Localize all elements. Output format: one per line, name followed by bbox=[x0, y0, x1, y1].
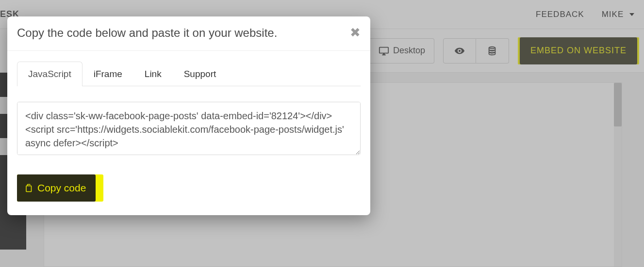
close-icon[interactable]: ✖ bbox=[350, 26, 361, 39]
tab-row: JavaScript iFrame Link Support bbox=[17, 62, 361, 86]
clipboard-icon bbox=[25, 183, 33, 193]
copy-code-button[interactable]: Copy code bbox=[17, 174, 96, 202]
tab-link[interactable]: Link bbox=[133, 62, 173, 86]
tab-iframe[interactable]: iFrame bbox=[83, 62, 133, 86]
modal-title: Copy the code below and paste it on your… bbox=[17, 26, 277, 40]
copy-code-label: Copy code bbox=[37, 182, 86, 194]
tab-support[interactable]: Support bbox=[173, 62, 228, 86]
embed-code-modal: Copy the code below and paste it on your… bbox=[7, 16, 370, 215]
tab-javascript[interactable]: JavaScript bbox=[17, 62, 83, 86]
modal-body: JavaScript iFrame Link Support Copy code bbox=[7, 51, 370, 215]
embed-code-textarea[interactable] bbox=[17, 102, 361, 155]
modal-header: Copy the code below and paste it on your… bbox=[7, 16, 370, 51]
copy-highlight: Copy code bbox=[17, 174, 103, 202]
